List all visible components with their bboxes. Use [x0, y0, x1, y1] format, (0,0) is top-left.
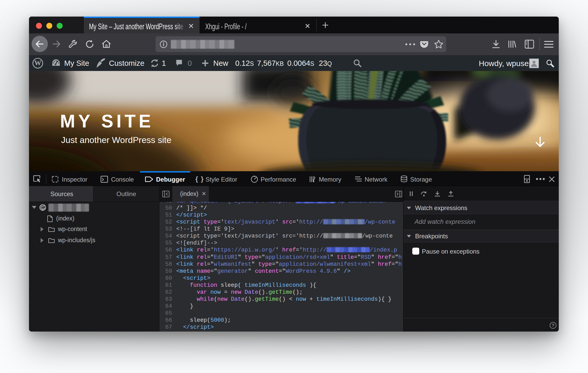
svg-text:?: ?: [552, 323, 554, 328]
svg-text:W: W: [34, 59, 41, 67]
